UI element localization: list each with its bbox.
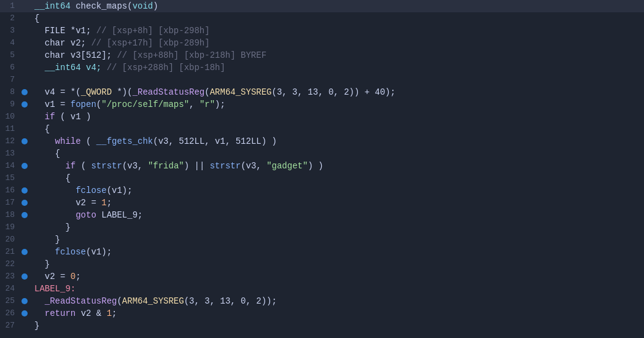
token: __fgets_chk [96, 136, 153, 146]
code-content: v2 = 0; [29, 270, 644, 283]
code-content: goto LABEL_9; [29, 209, 644, 221]
code-line: 27} [0, 320, 644, 332]
token: _ReadStatusReg [45, 296, 117, 306]
code-content: _ReadStatusReg(ARM64_SYSREG(3, 3, 13, 0,… [29, 295, 644, 307]
code-content: } [29, 320, 644, 332]
token: strstr [210, 161, 241, 171]
token: ( v1 ) [55, 112, 91, 122]
token: (v3, 512LL, v1, 512LL) ) [153, 136, 277, 146]
breakpoint-dot [21, 212, 28, 218]
token: 1 [107, 309, 112, 318]
line-number: 19 [0, 221, 20, 234]
breakpoint-indicator[interactable] [20, 298, 29, 304]
line-number: 12 [0, 135, 20, 147]
token: (3, 3, 13, 0, 2)); [184, 296, 277, 306]
breakpoint-dot [21, 200, 28, 206]
token: "/proc/self/maps" [101, 100, 189, 109]
code-line: 12 while ( __fgets_chk(v3, 512LL, v1, 51… [0, 135, 644, 147]
line-number: 14 [0, 160, 20, 172]
code-line: 14 if ( strstr(v3, "frida") || strstr(v3… [0, 160, 644, 172]
token: } [34, 222, 71, 232]
breakpoint-indicator[interactable] [20, 200, 29, 206]
token: "gadget" [266, 161, 308, 171]
line-number: 15 [0, 172, 20, 184]
breakpoint-dot [21, 163, 28, 169]
code-line: 16 fclose(v1); [0, 184, 644, 197]
code-content: fclose(v1); [29, 184, 644, 197]
code-content: return v2 & 1; [29, 307, 644, 320]
code-content: char v2; // [xsp+17h] [xbp-289h] [29, 37, 644, 49]
token: ( [117, 296, 122, 306]
token: ); [215, 100, 225, 109]
breakpoint-indicator[interactable] [20, 187, 29, 194]
token: fclose [55, 247, 86, 257]
breakpoint-dot [21, 310, 28, 316]
code-content: } [29, 258, 644, 270]
token: // [xsp+8h] [xbp-298h] [96, 26, 210, 36]
line-number: 26 [0, 307, 20, 320]
breakpoint-dot [21, 298, 28, 304]
token: __int64 v4; [34, 63, 107, 73]
code-line: 26 return v2 & 1; [0, 307, 644, 320]
token: { [34, 124, 50, 134]
line-number: 10 [0, 111, 20, 123]
code-content: } [29, 221, 644, 234]
token: , [189, 100, 200, 109]
code-content: } [29, 234, 644, 246]
line-number: 23 [0, 270, 20, 283]
breakpoint-indicator[interactable] [20, 310, 29, 316]
line-number: 17 [0, 197, 20, 209]
breakpoint-indicator[interactable] [20, 101, 29, 108]
code-content: v2 = 1; [29, 197, 644, 209]
breakpoint-indicator[interactable] [20, 249, 29, 255]
token: ( [96, 100, 101, 109]
breakpoint-indicator[interactable] [20, 163, 29, 169]
line-number: 27 [0, 320, 20, 332]
code-content: v1 = fopen("/proc/self/maps", "r"); [29, 98, 644, 111]
code-content: { [29, 147, 644, 160]
code-content: { [29, 172, 644, 184]
code-line: 21 fclose(v1); [0, 246, 644, 258]
code-line: 17 v2 = 1; [0, 197, 644, 209]
token: ; [112, 309, 117, 318]
code-content: if ( v1 ) [29, 111, 644, 123]
token [34, 210, 76, 220]
token [34, 112, 45, 122]
token: void [133, 1, 153, 11]
token: "frida" [148, 161, 184, 171]
token: char v3[512]; [34, 50, 117, 60]
token: ARM64_SYSREG [210, 87, 272, 97]
token: "r" [200, 100, 215, 109]
token: strstr [91, 161, 122, 171]
token: check_maps( [71, 1, 133, 11]
token: v4 = *( [34, 87, 81, 97]
token: ARM64_SYSREG [122, 296, 184, 306]
token: LABEL_9; [96, 210, 143, 220]
token: (v1); [86, 247, 112, 257]
token: _QWORD [81, 87, 112, 97]
breakpoint-indicator[interactable] [20, 89, 29, 95]
code-content: LABEL_9: [29, 283, 644, 295]
token: ( [81, 136, 96, 146]
token: ( [204, 87, 209, 97]
token: char v2; [34, 38, 91, 48]
breakpoint-dot [21, 138, 28, 144]
breakpoint-indicator[interactable] [20, 138, 29, 144]
token: } [34, 321, 39, 331]
token [34, 247, 55, 257]
token: (v3, [122, 161, 148, 171]
breakpoint-indicator[interactable] [20, 273, 29, 280]
code-content: { [29, 123, 644, 135]
token: ; [107, 198, 112, 208]
token: ) || [184, 161, 210, 171]
token [34, 186, 76, 195]
code-line: 23 v2 = 0; [0, 270, 644, 283]
token: { [34, 149, 60, 159]
breakpoint-indicator[interactable] [20, 212, 29, 218]
token: v1 = [34, 100, 71, 109]
code-content: if ( strstr(v3, "frida") || strstr(v3, "… [29, 160, 644, 172]
token: } [34, 259, 50, 269]
line-number: 24 [0, 283, 20, 295]
code-line: 15 { [0, 172, 644, 184]
breakpoint-dot [21, 101, 28, 108]
